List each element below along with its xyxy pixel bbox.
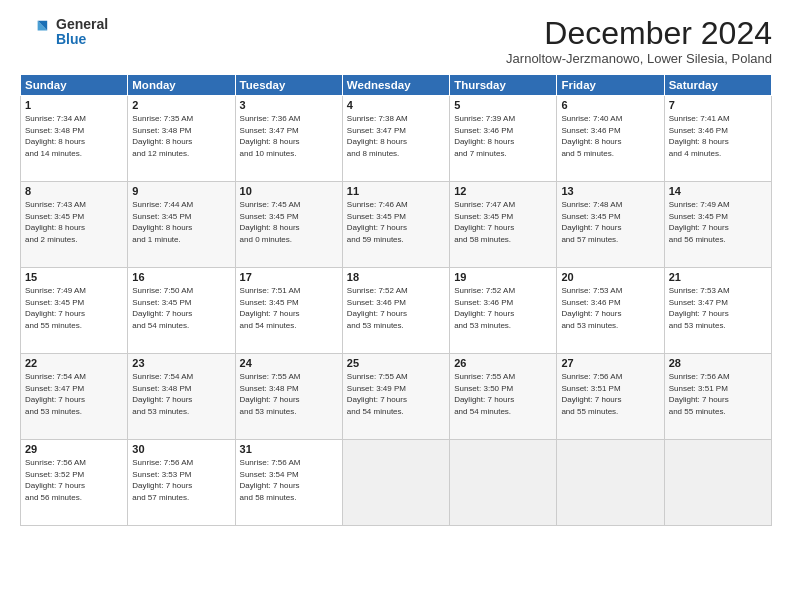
col-thursday: Thursday: [450, 75, 557, 96]
day-23: 23 Sunrise: 7:54 AMSunset: 3:48 PMDaylig…: [128, 354, 235, 440]
day-22: 22 Sunrise: 7:54 AMSunset: 3:47 PMDaylig…: [21, 354, 128, 440]
day-31: 31 Sunrise: 7:56 AMSunset: 3:54 PMDaylig…: [235, 440, 342, 526]
day-13: 13 Sunrise: 7:48 AMSunset: 3:45 PMDaylig…: [557, 182, 664, 268]
logo: General Blue: [20, 16, 108, 48]
location-subtitle: Jarnoltow-Jerzmanowo, Lower Silesia, Pol…: [506, 51, 772, 66]
empty-cell-3: [557, 440, 664, 526]
day-10: 10 Sunrise: 7:45 AMSunset: 3:45 PMDaylig…: [235, 182, 342, 268]
day-24: 24 Sunrise: 7:55 AMSunset: 3:48 PMDaylig…: [235, 354, 342, 440]
day-17: 17 Sunrise: 7:51 AMSunset: 3:45 PMDaylig…: [235, 268, 342, 354]
day-26: 26 Sunrise: 7:55 AMSunset: 3:50 PMDaylig…: [450, 354, 557, 440]
day-1: 1 Sunrise: 7:34 AMSunset: 3:48 PMDayligh…: [21, 96, 128, 182]
day-15: 15 Sunrise: 7:49 AMSunset: 3:45 PMDaylig…: [21, 268, 128, 354]
day-6: 6 Sunrise: 7:40 AMSunset: 3:46 PMDayligh…: [557, 96, 664, 182]
logo-general-text: General: [56, 17, 108, 32]
calendar-header-row: Sunday Monday Tuesday Wednesday Thursday…: [21, 75, 772, 96]
week-row-2: 8 Sunrise: 7:43 AMSunset: 3:45 PMDayligh…: [21, 182, 772, 268]
page: General Blue December 2024 Jarnoltow-Jer…: [0, 0, 792, 612]
day-25: 25 Sunrise: 7:55 AMSunset: 3:49 PMDaylig…: [342, 354, 449, 440]
logo-blue-text: Blue: [56, 32, 108, 47]
day-20: 20 Sunrise: 7:53 AMSunset: 3:46 PMDaylig…: [557, 268, 664, 354]
day-18: 18 Sunrise: 7:52 AMSunset: 3:46 PMDaylig…: [342, 268, 449, 354]
col-friday: Friday: [557, 75, 664, 96]
empty-cell-2: [450, 440, 557, 526]
month-title: December 2024: [506, 16, 772, 51]
empty-cell-1: [342, 440, 449, 526]
logo-icon: [20, 16, 52, 48]
day-12: 12 Sunrise: 7:47 AMSunset: 3:45 PMDaylig…: [450, 182, 557, 268]
day-8: 8 Sunrise: 7:43 AMSunset: 3:45 PMDayligh…: [21, 182, 128, 268]
header: General Blue December 2024 Jarnoltow-Jer…: [20, 16, 772, 66]
day-3: 3 Sunrise: 7:36 AMSunset: 3:47 PMDayligh…: [235, 96, 342, 182]
calendar-table: Sunday Monday Tuesday Wednesday Thursday…: [20, 74, 772, 526]
day-14: 14 Sunrise: 7:49 AMSunset: 3:45 PMDaylig…: [664, 182, 771, 268]
day-29: 29 Sunrise: 7:56 AMSunset: 3:52 PMDaylig…: [21, 440, 128, 526]
day-21: 21 Sunrise: 7:53 AMSunset: 3:47 PMDaylig…: [664, 268, 771, 354]
col-wednesday: Wednesday: [342, 75, 449, 96]
day-4: 4 Sunrise: 7:38 AMSunset: 3:47 PMDayligh…: [342, 96, 449, 182]
logo-text: General Blue: [56, 17, 108, 48]
day-28: 28 Sunrise: 7:56 AMSunset: 3:51 PMDaylig…: [664, 354, 771, 440]
day-5: 5 Sunrise: 7:39 AMSunset: 3:46 PMDayligh…: [450, 96, 557, 182]
day-27: 27 Sunrise: 7:56 AMSunset: 3:51 PMDaylig…: [557, 354, 664, 440]
col-sunday: Sunday: [21, 75, 128, 96]
empty-cell-4: [664, 440, 771, 526]
col-monday: Monday: [128, 75, 235, 96]
week-row-4: 22 Sunrise: 7:54 AMSunset: 3:47 PMDaylig…: [21, 354, 772, 440]
day-7: 7 Sunrise: 7:41 AMSunset: 3:46 PMDayligh…: [664, 96, 771, 182]
day-16: 16 Sunrise: 7:50 AMSunset: 3:45 PMDaylig…: [128, 268, 235, 354]
col-saturday: Saturday: [664, 75, 771, 96]
week-row-3: 15 Sunrise: 7:49 AMSunset: 3:45 PMDaylig…: [21, 268, 772, 354]
title-block: December 2024 Jarnoltow-Jerzmanowo, Lowe…: [506, 16, 772, 66]
day-30: 30 Sunrise: 7:56 AMSunset: 3:53 PMDaylig…: [128, 440, 235, 526]
day-2: 2 Sunrise: 7:35 AMSunset: 3:48 PMDayligh…: [128, 96, 235, 182]
col-tuesday: Tuesday: [235, 75, 342, 96]
day-11: 11 Sunrise: 7:46 AMSunset: 3:45 PMDaylig…: [342, 182, 449, 268]
week-row-1: 1 Sunrise: 7:34 AMSunset: 3:48 PMDayligh…: [21, 96, 772, 182]
day-9: 9 Sunrise: 7:44 AMSunset: 3:45 PMDayligh…: [128, 182, 235, 268]
day-19: 19 Sunrise: 7:52 AMSunset: 3:46 PMDaylig…: [450, 268, 557, 354]
week-row-5: 29 Sunrise: 7:56 AMSunset: 3:52 PMDaylig…: [21, 440, 772, 526]
